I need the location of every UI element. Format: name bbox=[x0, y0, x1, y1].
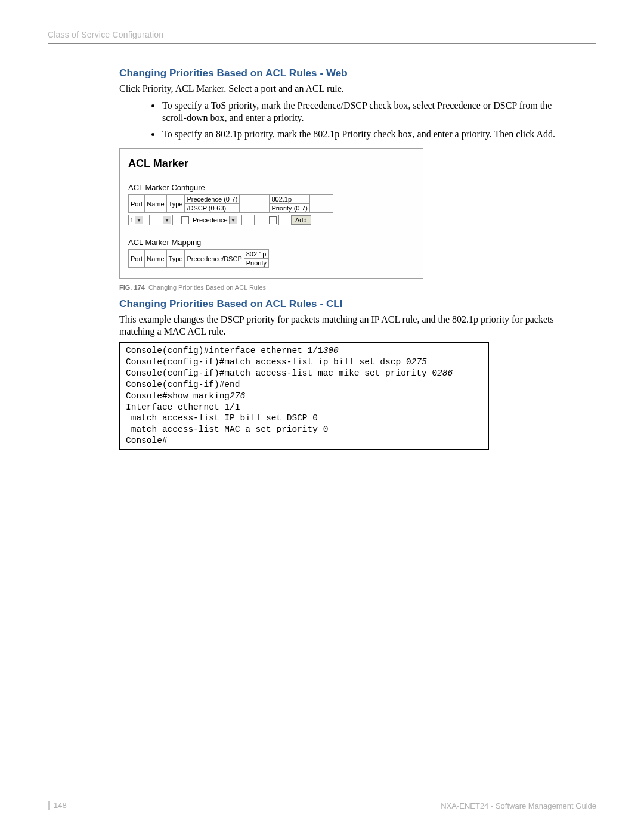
figure-caption-num: FIG. 174 bbox=[119, 284, 145, 291]
cli-block: Console(config)#interface ethernet 1/130… bbox=[119, 342, 489, 450]
bullet-item: To specify a ToS priority, mark the Prec… bbox=[161, 100, 561, 125]
hdr-8021p-bot: Priority (0-7) bbox=[270, 204, 310, 213]
acl-marker-mapping-label: ACL Marker Mapping bbox=[128, 238, 411, 247]
figure-caption: FIG. 174 Changing Priorities Based on AC… bbox=[119, 284, 561, 291]
map-hdr-pd: Precedence/DSCP bbox=[185, 250, 244, 268]
page-number: 148 bbox=[48, 801, 67, 810]
hdr-port: Port bbox=[129, 195, 145, 213]
precedence-checkbox[interactable] bbox=[181, 216, 189, 224]
figure-acl-marker: ACL Marker ACL Marker Configure Port Nam… bbox=[119, 148, 423, 279]
bullet-item: To specify an 802.1p priority, mark the … bbox=[161, 128, 561, 141]
map-hdr-type: Type bbox=[166, 250, 185, 268]
chevron-down-icon bbox=[135, 216, 143, 224]
precedence-value-input[interactable] bbox=[244, 215, 255, 225]
hdr-precedence-bot: /DSCP (0-63) bbox=[185, 204, 240, 213]
name-select[interactable] bbox=[149, 215, 173, 225]
hdr-name: Name bbox=[145, 195, 166, 213]
chevron-down-icon bbox=[229, 216, 237, 224]
section-web-bullets: To specify a ToS priority, mark the Prec… bbox=[161, 100, 561, 140]
hdr-type: Type bbox=[166, 195, 185, 213]
section-web-intro: Click Priority, ACL Marker. Select a por… bbox=[119, 83, 561, 95]
map-hdr-name: Name bbox=[145, 250, 166, 268]
figure-title: ACL Marker bbox=[128, 157, 411, 170]
type-cell bbox=[175, 215, 179, 225]
hdr-8021p-top: 802.1p bbox=[270, 195, 310, 204]
precedence-dscp-select[interactable]: Precedence bbox=[191, 215, 242, 225]
map-hdr-port: Port bbox=[129, 250, 145, 268]
8021p-value-input[interactable] bbox=[278, 215, 289, 225]
acl-marker-configure-label: ACL Marker Configure bbox=[128, 183, 411, 192]
chevron-down-icon bbox=[163, 216, 171, 224]
map-hdr-8021p-bot: Priority bbox=[244, 259, 268, 268]
hdr-precedence-top: Precedence (0-7) bbox=[185, 195, 240, 204]
port-select[interactable]: 1 bbox=[128, 215, 147, 225]
acl-configure-table: Port Name Type Precedence (0-7) 802.1p /… bbox=[128, 194, 333, 213]
add-button[interactable]: Add bbox=[291, 215, 311, 225]
figure-caption-text: Changing Priorities Based on ACL Rules bbox=[148, 284, 266, 291]
8021p-checkbox[interactable] bbox=[269, 216, 277, 224]
footer-right: NXA-ENET24 - Software Management Guide bbox=[441, 801, 596, 810]
precedence-select-value: Precedence bbox=[193, 216, 228, 224]
map-hdr-8021p-top: 802.1p bbox=[244, 250, 268, 259]
header-rule bbox=[48, 43, 596, 44]
page-footer: 148 NXA-ENET24 - Software Management Gui… bbox=[48, 801, 596, 810]
page-header: Class of Service Configuration bbox=[48, 30, 596, 43]
port-select-value: 1 bbox=[130, 216, 134, 224]
acl-mapping-table: Port Name Type Precedence/DSCP 802.1p Pr… bbox=[128, 249, 269, 268]
section-cli-title: Changing Priorities Based on ACL Rules -… bbox=[119, 298, 561, 310]
section-web-title: Changing Priorities Based on ACL Rules -… bbox=[119, 67, 561, 79]
divider bbox=[131, 234, 405, 234]
section-cli-intro: This example changes the DSCP priority f… bbox=[119, 314, 561, 337]
acl-configure-row: 1 Precedence Add bbox=[128, 215, 411, 225]
